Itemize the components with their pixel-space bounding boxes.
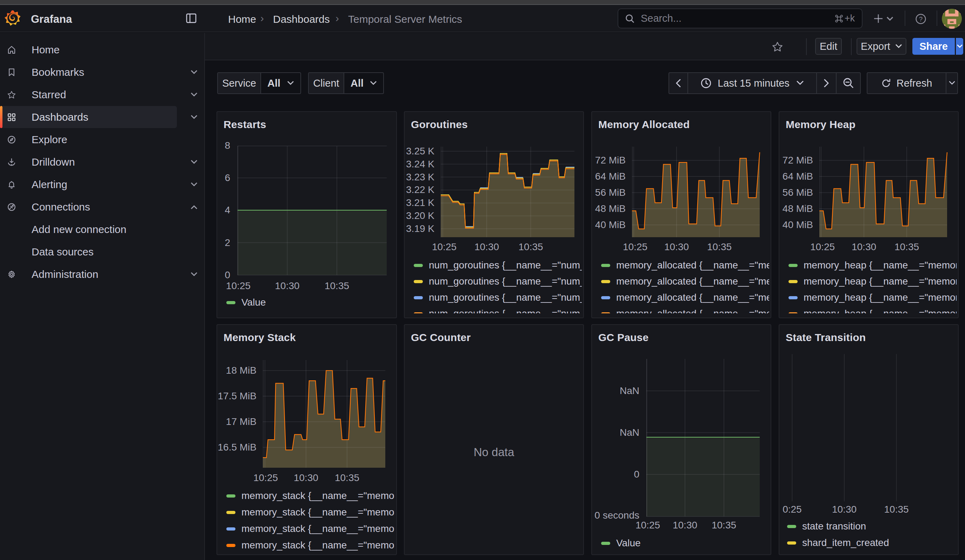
svg-text:?: ?: [919, 15, 922, 23]
